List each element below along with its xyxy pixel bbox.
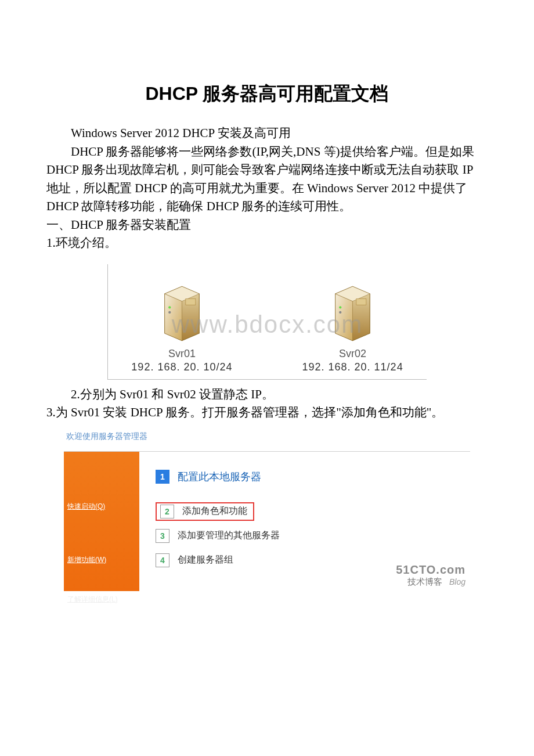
svg-point-11: [339, 311, 341, 313]
server-node-2: Svr02 192. 168. 20. 11/24: [302, 282, 403, 373]
sm-item-3-label: 添加要管理的其他服务器: [178, 530, 280, 542]
diagram-frame: www.bdocx.com: [107, 264, 426, 380]
server-1-name: Svr01: [168, 348, 196, 360]
sm-side-moreinfo[interactable]: 了解详细信息(L): [67, 595, 118, 604]
sm-item-1-label: 配置此本地服务器: [178, 470, 261, 484]
server-2-name: Svr02: [339, 348, 366, 360]
server-node-1: Svr01 192. 168. 20. 10/24: [131, 282, 232, 373]
server-1-ip: 192. 168. 20. 10/24: [131, 361, 232, 373]
svg-rect-3: [186, 298, 196, 305]
sm-item-2[interactable]: 2 添加角色和功能: [156, 499, 464, 524]
server-2-ip: 192. 168. 20. 11/24: [302, 361, 403, 373]
sm-welcome-title: 欢迎使用服务器管理器: [64, 428, 470, 452]
sm-item-1-num: 1: [156, 470, 169, 484]
server-manager-screenshot: 欢迎使用服务器管理器 快速启动(Q) 新增功能(W) 了解详细信息(L) 1 配…: [64, 428, 470, 591]
svg-marker-7: [335, 294, 353, 341]
sm-item-3[interactable]: 3 添加要管理的其他服务器: [156, 524, 464, 548]
step-3: 3.为 Svr01 安装 DHCP 服务。打开服务器管理器，选择"添加角色和功能…: [46, 404, 488, 422]
intro-paragraph: DHCP 服务器能够将一些网络参数(IP,网关,DNS 等)提供给客户端。但是如…: [46, 143, 488, 216]
sm-item-2-num: 2: [160, 505, 174, 519]
sm-item-3-num: 3: [156, 529, 169, 543]
sm-item-2-highlight: 2 添加角色和功能: [156, 502, 254, 521]
subtitle: Windows Server 2012 DHCP 安装及高可用: [46, 124, 488, 143]
step-2: 2.分别为 Svr01 和 Svr02 设置静态 IP。: [46, 386, 488, 404]
sm-item-4-label: 创建服务器组: [178, 554, 233, 566]
svg-marker-1: [165, 294, 182, 341]
section-heading-1: 一、DHCP 服务器安装配置: [46, 216, 488, 235]
svg-point-10: [339, 306, 341, 308]
document-page: DHCP 服务器高可用配置文档 Windows Server 2012 DHCP…: [0, 0, 534, 626]
server-icon: [328, 282, 377, 345]
svg-point-4: [168, 306, 171, 308]
brand-line-2: 技术博客: [407, 577, 442, 586]
step-1: 1.环境介绍。: [46, 234, 488, 253]
document-title: DHCP 服务器高可用配置文档: [46, 81, 488, 107]
topology-diagram: www.bdocx.com: [46, 264, 488, 380]
brand-blog: Blog: [449, 577, 466, 586]
svg-point-5: [168, 311, 171, 313]
sm-sidebar: 快速启动(Q) 新增功能(W) 了解详细信息(L): [64, 452, 139, 591]
sm-side-newfeature[interactable]: 新增功能(W): [67, 555, 106, 565]
sm-item-2-label: 添加角色和功能: [182, 505, 247, 517]
sm-item-4-num: 4: [156, 553, 169, 567]
server-icon: [157, 282, 207, 345]
brand-watermark: 51CTO.com 技术博客 Blog: [396, 563, 466, 588]
svg-rect-9: [356, 298, 366, 305]
sm-side-quickstart[interactable]: 快速启动(Q): [67, 502, 105, 512]
brand-line-1: 51CTO.com: [396, 563, 466, 577]
sm-item-1[interactable]: 1 配置此本地服务器: [156, 465, 464, 489]
